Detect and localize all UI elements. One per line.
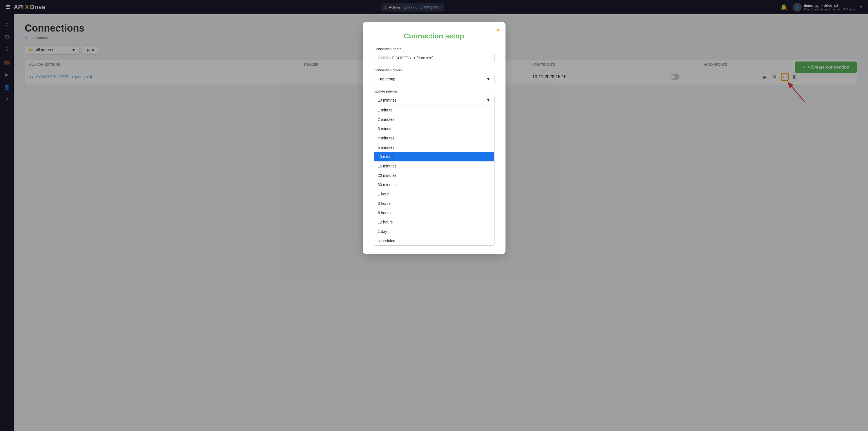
interval-option[interactable]: 3 hours <box>374 199 494 208</box>
interval-option[interactable]: 20 minutes <box>374 171 494 180</box>
connection-group-select[interactable]: - no group - ▼ <box>374 74 495 84</box>
interval-dropdown-chevron-icon: ▼ <box>487 98 490 102</box>
connection-group-label: Connection group <box>374 68 495 72</box>
connection-name-label: Connection name <box>374 47 495 51</box>
modal-close-button[interactable]: × <box>496 26 500 33</box>
interval-option[interactable]: 1 day <box>374 227 494 236</box>
interval-option[interactable]: 30 minutes <box>374 180 494 189</box>
interval-dropdown-list: 1 minute2 minutes3 minutes4 minutes5 min… <box>374 105 495 246</box>
interval-option[interactable]: 6 hours <box>374 208 494 217</box>
update-interval-select[interactable]: 10 minutes ▼ <box>374 95 495 105</box>
interval-option[interactable]: 1 minute <box>374 105 494 115</box>
connection-group-value: - no group - <box>378 77 398 81</box>
connection-name-input[interactable] <box>374 53 495 63</box>
interval-option[interactable]: 4 minutes <box>374 133 494 143</box>
interval-option[interactable]: 2 minutes <box>374 115 494 124</box>
interval-option[interactable]: 12 hours <box>374 217 494 227</box>
connection-setup-modal: × Connection setup Connection name Conne… <box>363 22 505 254</box>
modal-title: Connection setup <box>374 32 495 40</box>
modal-overlay[interactable]: × Connection setup Connection name Conne… <box>0 0 868 431</box>
interval-option[interactable]: 15 minutes <box>374 161 494 171</box>
interval-option[interactable]: 10 minutes <box>374 152 494 161</box>
group-dropdown-chevron-icon: ▼ <box>487 77 490 81</box>
interval-option[interactable]: 1 hour <box>374 189 494 199</box>
interval-option[interactable]: 5 minutes <box>374 143 494 152</box>
update-interval-value: 10 minutes <box>378 98 397 102</box>
interval-option[interactable]: scheduled <box>374 236 494 245</box>
update-interval-label: Update interval <box>374 89 495 93</box>
interval-option[interactable]: 3 minutes <box>374 124 494 133</box>
